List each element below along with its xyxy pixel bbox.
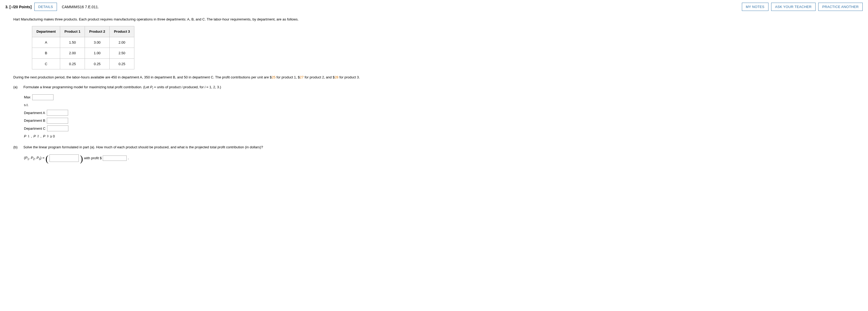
dept-a-label: Department A [24,110,45,116]
table-header: Department [32,26,60,37]
reference-code: CAMMIMS16 7.E.011. [62,5,99,9]
big-paren-close-icon: ) [80,154,83,163]
profit-paragraph: During the next production period, the l… [13,74,863,80]
part-b-text: Solve the linear program formulated in p… [23,144,263,150]
profit-input[interactable] [103,156,127,161]
subject-to-label: s.t. [24,102,863,108]
solution-tuple-input[interactable] [50,154,79,162]
part-a-text: Formulate a linear programming model for… [23,84,221,91]
profit-value-3: 28 [335,75,338,79]
profit-value-1: 25 [272,75,275,79]
table-row: B2.001.002.50 [32,48,134,59]
table-row: C0.250.250.25 [32,59,134,69]
big-paren-open-icon: ( [45,154,49,163]
labor-hours-table: Department Product 1 Product 2 Product 3… [32,26,134,69]
table-header: Product 2 [85,26,110,37]
table-row: A1.503.002.00 [32,37,134,47]
solution-tuple-label: (P1, P2, P3) = [24,155,44,162]
max-label: Max [24,94,31,100]
period: . [128,155,129,161]
practice-another-button[interactable]: PRACTICE ANOTHER [818,3,863,11]
table-header: Product 1 [60,26,85,37]
part-b-label: (b) [13,144,21,150]
with-profit-label: with profit $ [84,155,102,161]
table-header: Product 3 [110,26,134,37]
dept-c-input[interactable] [47,126,68,131]
question-number: 3. [–/20 Points] [5,5,32,9]
details-button[interactable]: DETAILS [34,3,57,11]
intro-paragraph: Hart Manufacturing makes three products.… [13,16,863,22]
my-notes-button[interactable]: MY NOTES [742,3,769,11]
ask-teacher-button[interactable]: ASK YOUR TEACHER [771,3,815,11]
dept-b-input[interactable] [47,118,68,124]
nonnegativity-constraint: P1, P2, P3 ≥ 0 [24,133,863,139]
profit-value-2: 27 [300,75,304,79]
dept-a-input[interactable] [47,110,68,116]
part-a-label: (a) [13,84,21,91]
dept-b-label: Department B [24,117,45,124]
dept-c-label: Department C [24,126,45,132]
objective-input[interactable] [32,94,54,100]
